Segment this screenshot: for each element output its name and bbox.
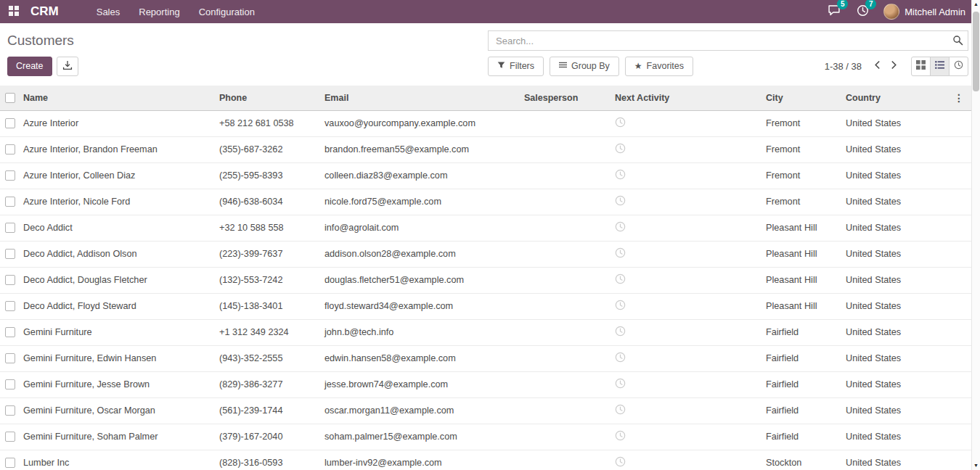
cell-email: jesse.brown74@example.com [322,371,521,397]
table-row[interactable]: Deco Addict, Addison Olson (223)-399-763… [0,241,971,267]
export-button[interactable] [57,57,78,76]
next-activity-clock-icon[interactable] [615,326,626,337]
row-checkbox[interactable] [5,301,15,311]
row-checkbox[interactable] [5,223,15,233]
next-activity-clock-icon[interactable] [615,195,626,206]
column-header-phone[interactable]: Phone [216,86,322,110]
column-header-city[interactable]: City [763,86,843,110]
table-row[interactable]: Gemini Furniture, Soham Palmer (379)-167… [0,424,971,450]
cell-options [920,136,971,162]
chevron-left-icon [874,60,881,72]
row-checkbox[interactable] [5,353,15,363]
next-activity-clock-icon[interactable] [615,247,626,258]
row-checkbox[interactable] [5,144,15,154]
cell-next-activity [612,241,763,267]
row-checkbox[interactable] [5,432,15,442]
scrollbar-thumb[interactable] [973,12,979,91]
cell-salesperson [521,371,612,397]
column-options-icon[interactable]: ⋮ [954,92,964,104]
table-row[interactable]: Lumber Inc (828)-316-0593 lumber-inv92@e… [0,450,971,470]
create-button[interactable]: Create [7,57,52,76]
column-header-country[interactable]: Country [843,86,920,110]
column-header-salesperson[interactable]: Salesperson [521,86,612,110]
cell-country: United States [843,319,920,345]
row-checkbox[interactable] [5,197,15,207]
select-all-checkbox[interactable] [5,93,15,103]
table-row[interactable]: Gemini Furniture, Jesse Brown (829)-386-… [0,371,971,397]
cell-city: Fremont [763,189,843,215]
table-row[interactable]: Deco Addict, Douglas Fletcher (132)-553-… [0,267,971,293]
menu-reporting[interactable]: Reporting [139,7,179,17]
table-row[interactable]: Azure Interior, Nicole Ford (946)-638-60… [0,189,971,215]
column-header-name[interactable]: Name [20,86,216,110]
next-activity-clock-icon[interactable] [615,404,626,415]
kanban-view-button[interactable] [911,57,931,76]
filters-button[interactable]: Filters [488,57,544,76]
next-activity-clock-icon[interactable] [615,378,626,389]
vertical-scrollbar[interactable]: ▲ ▼ [971,0,980,470]
pager-next-button[interactable] [887,58,901,74]
next-activity-clock-icon[interactable] [615,430,626,441]
search-options: Filters Group By ★ Favorites [488,57,693,76]
activity-view-button[interactable] [949,57,968,76]
cell-options [920,345,971,371]
cell-options [920,241,971,267]
customers-list: Name Phone Email Salesperson Next Activi… [0,86,971,470]
cell-name: Gemini Furniture, Jesse Brown [20,371,216,397]
messages-button[interactable]: 5 [826,3,842,20]
cell-city: Fairfield [763,319,843,345]
search-input[interactable] [488,30,968,51]
row-checkbox[interactable] [5,275,15,285]
row-checkbox[interactable] [5,118,15,128]
table-row[interactable]: Azure Interior, Brandon Freeman (355)-68… [0,136,971,162]
cell-phone: (829)-386-3277 [216,371,322,397]
table-row[interactable]: Gemini Furniture, Edwin Hansen (943)-352… [0,345,971,371]
column-header-next-activity[interactable]: Next Activity [612,86,763,110]
next-activity-clock-icon[interactable] [615,169,626,180]
cell-city: Fairfield [763,397,843,424]
scrollbar-down-arrow[interactable]: ▼ [972,461,980,470]
table-row[interactable]: Gemini Furniture +1 312 349 2324 john.b@… [0,319,971,345]
row-checkbox[interactable] [5,379,15,389]
user-menu[interactable]: Mitchell Admin [883,4,965,20]
next-activity-clock-icon[interactable] [615,143,626,154]
row-checkbox[interactable] [5,170,15,181]
table-row[interactable]: Deco Addict, Floyd Steward (145)-138-340… [0,293,971,319]
table-row[interactable]: Deco Addict +32 10 588 558 info@agrolait… [0,215,971,241]
cell-next-activity [612,319,763,345]
menu-configuration[interactable]: Configuration [199,7,255,17]
next-activity-clock-icon[interactable] [615,221,626,232]
column-header-email[interactable]: Email [322,86,521,110]
export-icon [62,60,73,73]
row-checkbox-cell [0,397,20,424]
menu-sales[interactable]: Sales [97,7,121,17]
table-row[interactable]: Azure Interior, Colleen Diaz (255)-595-8… [0,162,971,189]
cell-salesperson [521,162,612,189]
list-view-button[interactable] [930,57,950,76]
cell-city: Pleasant Hill [763,267,843,293]
cell-country: United States [843,267,920,293]
next-activity-clock-icon[interactable] [615,117,626,128]
group-by-button[interactable]: Group By [550,57,619,76]
table-row[interactable]: Gemini Furniture, Oscar Morgan (561)-239… [0,397,971,424]
table-row[interactable]: Azure Interior +58 212 681 0538 vauxoo@y… [0,110,971,136]
view-switcher [911,57,968,76]
cell-next-activity [612,267,763,293]
next-activity-clock-icon[interactable] [615,352,626,363]
scrollbar-up-arrow[interactable]: ▲ [972,0,980,9]
cell-next-activity [612,293,763,319]
row-checkbox[interactable] [5,327,15,337]
favorites-button[interactable]: ★ Favorites [625,57,693,76]
row-checkbox[interactable] [5,249,15,259]
next-activity-clock-icon[interactable] [615,273,626,284]
search-icon[interactable] [952,35,963,49]
next-activity-clock-icon[interactable] [615,300,626,310]
next-activity-clock-icon[interactable] [615,456,626,467]
apps-menu-button[interactable] [4,3,23,21]
row-checkbox[interactable] [5,405,15,416]
row-checkbox[interactable] [5,458,15,468]
activities-button[interactable]: 7 [855,3,870,21]
app-title[interactable]: CRM [30,4,59,19]
cell-city: Fremont [763,136,843,162]
pager-previous-button[interactable] [870,58,884,74]
